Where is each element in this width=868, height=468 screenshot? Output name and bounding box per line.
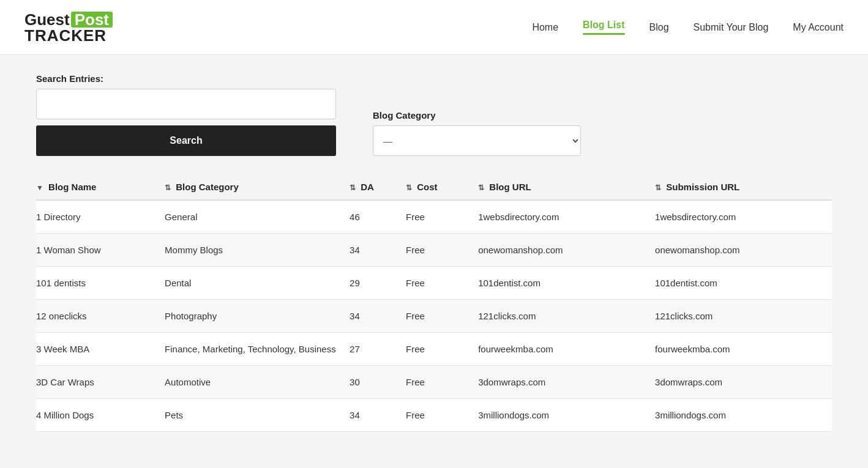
cell-sub-url: onewomanshop.com [655, 234, 832, 267]
cell-cost: Free [406, 267, 478, 300]
cell-url: 121clicks.com [478, 300, 655, 333]
cell-sub-url: 1websdirectory.com [655, 200, 832, 234]
cell-sub-url: 3domwraps.com [655, 366, 832, 399]
cell-url: 3milliondogs.com [478, 399, 655, 432]
cell-category: Pets [165, 399, 350, 432]
col-header-category[interactable]: ⇅ Blog Category [165, 174, 350, 200]
cell-name: 1 Woman Show [36, 234, 165, 267]
sort-icon-cost: ⇅ [406, 184, 412, 192]
cell-url: 1websdirectory.com [478, 200, 655, 234]
cell-category: Photography [165, 300, 350, 333]
sort-icon-category: ⇅ [165, 184, 171, 192]
table-row: 4 Million DogsPets34Free3milliondogs.com… [36, 399, 832, 432]
cell-da: 29 [350, 267, 406, 300]
search-entries-label: Search Entries: [36, 73, 336, 84]
cell-sub-url: 121clicks.com [655, 300, 832, 333]
cell-category: General [165, 200, 350, 234]
search-button[interactable]: Search [36, 125, 336, 156]
cell-url: onewomanshop.com [478, 234, 655, 267]
nav-my-account[interactable]: My Account [793, 22, 844, 33]
cell-cost: Free [406, 366, 478, 399]
category-label: Blog Category [373, 110, 581, 121]
cell-name: 4 Million Dogs [36, 399, 165, 432]
logo-tracker-text: TRACKER [24, 28, 113, 43]
col-header-url[interactable]: ⇅ Blog URL [478, 174, 655, 200]
cell-cost: Free [406, 300, 478, 333]
cell-name: 3D Car Wraps [36, 366, 165, 399]
cell-da: 34 [350, 234, 406, 267]
cell-url: 101dentist.com [478, 267, 655, 300]
cell-sub-url: 101dentist.com [655, 267, 832, 300]
table-row: 12 oneclicksPhotography34Free121clicks.c… [36, 300, 832, 333]
logo-post-text: Post [71, 12, 113, 28]
nav-submit-blog[interactable]: Submit Your Blog [694, 22, 769, 33]
cell-name: 12 oneclicks [36, 300, 165, 333]
cell-da: 30 [350, 366, 406, 399]
search-input[interactable] [36, 89, 336, 119]
header: Guest Post TRACKER Home Blog List Blog S… [0, 0, 868, 55]
logo: Guest Post TRACKER [24, 12, 113, 43]
table-wrap: ▼ Blog Name ⇅ Blog Category ⇅ DA ⇅ Cost [36, 174, 832, 432]
cell-sub-url: 3milliondogs.com [655, 399, 832, 432]
table-row: 3D Car WrapsAutomotive30Free3domwraps.co… [36, 366, 832, 399]
nav-home[interactable]: Home [532, 22, 558, 33]
cell-sub-url: fourweekmba.com [655, 333, 832, 366]
table-row: 101 dentistsDental29Free101dentist.com10… [36, 267, 832, 300]
cell-cost: Free [406, 333, 478, 366]
search-area: Search Entries: Search Blog Category — G… [36, 73, 832, 156]
cell-cost: Free [406, 200, 478, 234]
cell-name: 101 dentists [36, 267, 165, 300]
cell-name: 1 Directory [36, 200, 165, 234]
col-header-cost[interactable]: ⇅ Cost [406, 174, 478, 200]
col-header-sub-url[interactable]: ⇅ Submission URL [655, 174, 832, 200]
cell-category: Mommy Blogs [165, 234, 350, 267]
sort-icon-url: ⇅ [478, 184, 484, 192]
cell-da: 34 [350, 399, 406, 432]
table-row: 1 DirectoryGeneral46Free1websdirectory.c… [36, 200, 832, 234]
logo-guest-text: Guest [24, 12, 70, 28]
table-row: 1 Woman ShowMommy Blogs34Freeonewomansho… [36, 234, 832, 267]
nav-blog[interactable]: Blog [649, 22, 669, 33]
nav-blog-list[interactable]: Blog List [583, 20, 624, 35]
cell-cost: Free [406, 234, 478, 267]
col-header-name[interactable]: ▼ Blog Name [36, 174, 165, 200]
sort-icon-sub-url: ⇅ [655, 184, 661, 192]
cell-da: 34 [350, 300, 406, 333]
cell-da: 27 [350, 333, 406, 366]
cell-url: fourweekmba.com [478, 333, 655, 366]
cell-category: Finance, Marketing, Technology, Business [165, 333, 350, 366]
main-content: Search Entries: Search Blog Category — G… [12, 55, 856, 450]
col-header-da[interactable]: ⇅ DA [350, 174, 406, 200]
sort-icon-name: ▼ [36, 184, 43, 192]
cell-da: 46 [350, 200, 406, 234]
category-select[interactable]: — General Mommy Blogs Dental Photography… [373, 125, 581, 156]
category-group: Blog Category — General Mommy Blogs Dent… [373, 110, 581, 156]
blog-table: ▼ Blog Name ⇅ Blog Category ⇅ DA ⇅ Cost [36, 174, 832, 432]
sort-icon-da: ⇅ [350, 184, 356, 192]
cell-url: 3domwraps.com [478, 366, 655, 399]
table-row: 3 Week MBAFinance, Marketing, Technology… [36, 333, 832, 366]
cell-name: 3 Week MBA [36, 333, 165, 366]
cell-cost: Free [406, 399, 478, 432]
main-nav: Home Blog List Blog Submit Your Blog My … [532, 20, 844, 35]
cell-category: Dental [165, 267, 350, 300]
cell-category: Automotive [165, 366, 350, 399]
